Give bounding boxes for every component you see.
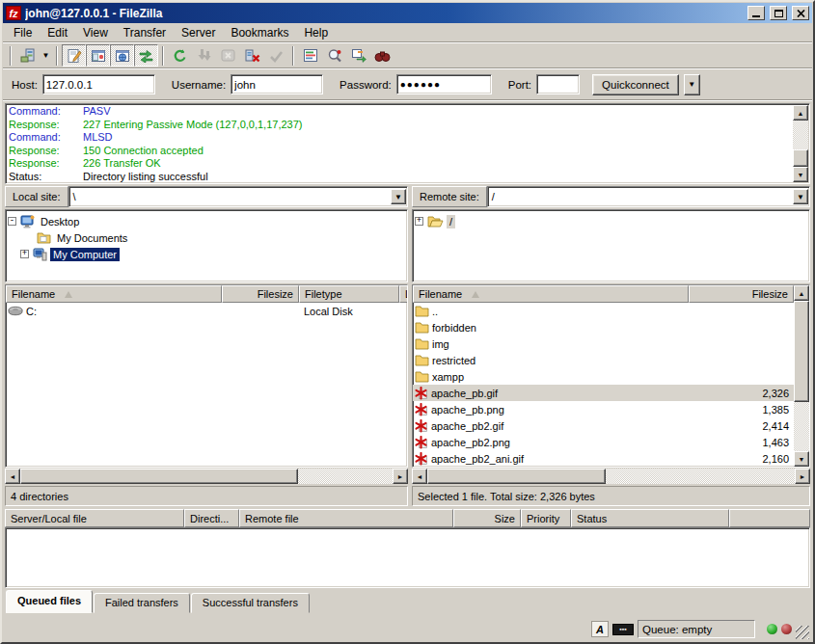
menu-bookmarks[interactable]: Bookmarks [223,24,296,41]
local-site-combo[interactable]: \ ▼ [68,186,408,207]
column-filesize[interactable]: Filesize [222,285,299,303]
minimize-button[interactable] [747,6,765,20]
tab-queued-files[interactable]: Queued files [6,590,93,613]
tree-label-selected: My Computer [50,248,120,261]
scrollbar-thumb[interactable] [793,149,808,167]
remote-file-row[interactable]: apache_pb.png 1,385 [413,401,794,417]
remote-file-row[interactable]: apache_pb2.png 1,463 [413,434,794,450]
chevron-down-icon[interactable]: ▼ [793,189,808,204]
directory-comparison-button[interactable] [370,44,394,67]
scroll-up-icon[interactable]: ▲ [794,285,809,301]
process-queue-button[interactable] [192,44,216,67]
scroll-down-icon[interactable]: ▼ [793,167,808,182]
username-label: Username: [172,79,226,91]
tree-item-my-documents[interactable]: My Documents [8,229,405,246]
file-name: xampp [432,371,464,383]
menu-view[interactable]: View [75,24,116,41]
file-size: 1,385 [689,404,794,416]
cancel-operation-button[interactable] [216,44,240,67]
tree-item-desktop[interactable]: - Desktop [8,213,405,229]
expand-icon[interactable]: + [415,217,423,226]
column-filesize[interactable]: Filesize [689,285,794,303]
filezilla-window: fz john@127.0.0.1 - FileZilla File Edit … [0,0,815,644]
port-input[interactable] [536,74,580,94]
remote-site-label: Remote site: [412,186,487,207]
toggle-transfer-queue-button[interactable] [134,44,158,67]
scroll-up-icon[interactable]: ▲ [793,105,808,121]
remote-file-row[interactable]: apache_pb2_ani.gif 2,160 [413,450,794,467]
close-button[interactable] [792,6,809,20]
remote-file-row[interactable]: .. [413,303,794,319]
remote-file-row[interactable]: img [413,335,794,352]
minimize-icon [752,15,760,17]
remote-vertical-scrollbar[interactable]: ▲ ▼ [794,285,809,467]
file-search-button[interactable] [322,44,346,67]
tab-failed-transfers[interactable]: Failed transfers [94,593,190,613]
column-status[interactable]: Status [571,509,729,527]
site-manager-button[interactable] [15,44,40,67]
tab-successful-transfers[interactable]: Successful transfers [191,593,310,613]
synchronized-browsing-button[interactable] [346,44,370,67]
site-manager-dropdown[interactable]: ▼ [40,44,52,67]
queue-status-field: Queue: empty [638,620,755,638]
host-input[interactable] [42,74,155,94]
scroll-left-icon[interactable]: ◄ [412,469,427,484]
column-filename[interactable]: Filename [6,285,222,303]
column-remote-file[interactable]: Remote file [239,509,453,527]
refresh-button[interactable] [168,44,192,67]
scrollbar-thumb[interactable] [794,301,809,402]
remote-file-row[interactable]: forbidden [413,319,794,335]
toggle-remote-tree-button[interactable] [110,44,134,67]
reconnect-button[interactable] [264,44,288,67]
scroll-right-icon[interactable]: ► [393,469,408,484]
column-filename[interactable]: Filename [413,285,689,303]
column-filetype[interactable]: Filetype [299,285,399,303]
local-horizontal-scrollbar[interactable]: ◄ ► [5,469,408,484]
quickconnect-dropdown[interactable]: ▼ [684,74,700,95]
password-input[interactable] [396,74,492,94]
scroll-left-icon[interactable]: ◄ [5,469,20,484]
column-direction[interactable]: Directi... [184,509,239,527]
expand-icon[interactable]: + [20,250,29,258]
local-file-row[interactable]: C: Local Disk [6,303,407,319]
menu-edit[interactable]: Edit [40,24,75,41]
maximize-button[interactable] [770,6,787,20]
local-tree-icon [91,48,106,64]
column-server-local-file[interactable]: Server/Local file [5,509,184,527]
menu-file[interactable]: File [6,24,40,41]
toggle-local-tree-button[interactable] [86,44,110,67]
tree-item-my-computer[interactable]: + My Computer [8,246,405,262]
log-scrollbar[interactable]: ▲ ▼ [793,105,808,182]
scroll-right-icon[interactable]: ► [795,469,810,484]
quickconnect-button[interactable]: Quickconnect [592,74,679,95]
title-bar[interactable]: fz john@127.0.0.1 - FileZilla [3,3,812,23]
remote-file-row[interactable]: restricted [413,352,794,368]
directory-listing-filters-button[interactable] [298,44,322,67]
username-input[interactable] [231,74,323,94]
scroll-down-icon[interactable]: ▼ [794,451,809,467]
file-size: 2,326 [689,388,794,399]
toggle-message-log-button[interactable] [62,44,86,67]
remote-site-combo[interactable]: / ▼ [487,186,810,207]
window-title: john@127.0.0.1 - FileZilla [25,7,743,20]
scrollbar-thumb[interactable] [20,469,298,484]
column-size[interactable]: Size [453,509,521,527]
transfer-queue: Server/Local file Directi... Remote file… [5,509,810,588]
tree-item-root[interactable]: + / [415,213,807,229]
resize-grip[interactable] [796,626,809,639]
column-lastmodified[interactable]: L [399,285,407,303]
menu-transfer[interactable]: Transfer [116,24,174,41]
remote-file-row[interactable]: apache_pb2.gif 2,414 [413,417,794,434]
collapse-icon[interactable]: - [8,217,16,226]
cancel-icon [221,49,235,62]
chevron-down-icon[interactable]: ▼ [391,189,406,204]
remote-horizontal-scrollbar[interactable]: ◄ ► [412,469,810,484]
menu-help[interactable]: Help [296,24,336,41]
disconnect-button[interactable] [240,44,264,67]
scrollbar-thumb[interactable] [427,469,606,484]
menu-server[interactable]: Server [174,24,223,41]
column-priority[interactable]: Priority [521,509,571,527]
remote-file-row[interactable]: xampp [413,368,794,385]
remote-file-row-selected[interactable]: apache_pb.gif 2,326 [413,385,794,401]
speed-limit-icon: ▪▪▪ [612,624,634,635]
